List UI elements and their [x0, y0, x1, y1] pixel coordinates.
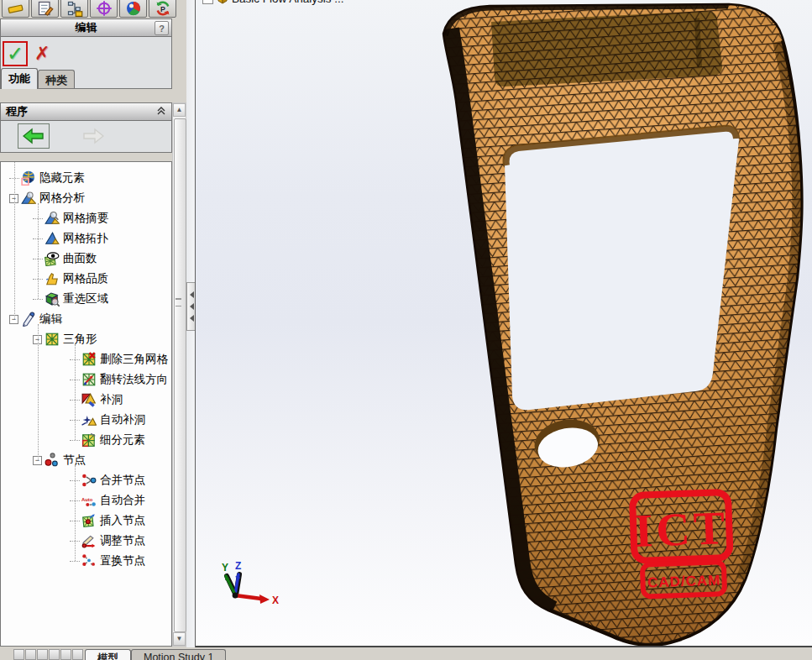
feature-tree-panel: 隐藏元素−网格分析网格摘要网格拓扑曲面数网格品质重选区域−编辑−三角形删除三角网…: [0, 161, 172, 647]
svg-text:P: P: [160, 5, 165, 13]
nav-square-icon[interactable]: [37, 649, 48, 660]
program-panel-body: [1, 121, 171, 151]
scroll-up-icon[interactable]: ▲: [173, 103, 186, 117]
nav-square-icon[interactable]: [60, 649, 71, 660]
crosshair-icon[interactable]: [90, 0, 118, 18]
feature-tree-flyout-item[interactable]: + Basic Flow Analysis ...: [202, 0, 344, 5]
tree-item-insert-node[interactable]: 插入节点: [1, 511, 171, 531]
tree-item-mesh-quality[interactable]: 网格品质: [1, 269, 171, 289]
tree-item-label: 重选区域: [63, 291, 108, 306]
fill-hole-icon: [81, 392, 97, 407]
merge-nodes-icon: [81, 473, 97, 488]
tree-item-label: 编辑: [39, 312, 62, 327]
surface-count-icon: [45, 251, 60, 266]
sheet-nav-buttons[interactable]: [13, 649, 83, 660]
tree-item-mesh-analysis[interactable]: −网格分析: [1, 188, 171, 208]
collapse-left-arrow-icon: [190, 315, 194, 322]
plus-expander-icon[interactable]: +: [202, 0, 213, 4]
nav-square-icon[interactable]: [72, 649, 83, 660]
feature-tree: 隐藏元素−网格分析网格摘要网格拓扑曲面数网格品质重选区域−编辑−三角形删除三角网…: [1, 162, 171, 571]
help-icon[interactable]: ?: [155, 21, 169, 35]
tree-item-triangle-mesh[interactable]: −三角形: [1, 329, 171, 349]
tab-model[interactable]: 模型: [85, 649, 131, 660]
tree-connector: [38, 203, 39, 299]
tree-item-label: 曲面数: [63, 251, 97, 266]
tree-item-label: 补洞: [100, 392, 123, 407]
ok-check-icon[interactable]: ✓: [7, 45, 24, 62]
flip-normal-icon: [81, 372, 97, 387]
tree-item-label: 自动合并: [100, 493, 145, 508]
tree-item-node[interactable]: −节点: [1, 450, 171, 470]
adjust-node-icon: [81, 533, 97, 548]
tree-item-label: 自动补洞: [100, 412, 145, 427]
property-note-icon[interactable]: [31, 0, 59, 18]
tree-item-surface-count[interactable]: 曲面数: [1, 249, 171, 269]
color-sphere-icon[interactable]: [119, 0, 147, 18]
left-panel-column: P 编辑 ? ✓ ✗ 功能 种类 程序: [0, 0, 196, 660]
nav-square-icon[interactable]: [13, 649, 24, 660]
mesh-quality-icon: [45, 271, 60, 286]
tree-lock-icon[interactable]: [60, 0, 88, 18]
tree-item-flip-normal[interactable]: 翻转法线方向: [1, 369, 171, 390]
tree-item-label: 网格品质: [63, 271, 108, 286]
tree-item-hidden-elements[interactable]: 隐藏元素: [1, 168, 171, 188]
tree-item-mesh-topology[interactable]: 网格拓扑: [1, 228, 171, 249]
tree-connector: [75, 344, 76, 440]
tab-function[interactable]: 功能: [1, 68, 38, 89]
triad-x-label: X: [272, 595, 279, 606]
scroll-down-icon[interactable]: ▼: [173, 632, 186, 646]
tab-motion-study[interactable]: Motion Study 1: [131, 649, 226, 660]
ok-highlight-box: ✓: [3, 41, 28, 66]
cancel-x-icon[interactable]: ✗: [34, 45, 50, 62]
mesh-topology-icon: [45, 231, 60, 246]
nav-square-icon[interactable]: [49, 649, 60, 660]
program-panel-header: 程序: [1, 103, 171, 121]
back-arrow-button[interactable]: [18, 123, 50, 149]
graphics-viewport[interactable]: + Basic Flow Analysis ...: [196, 0, 812, 647]
scrollbar-grip[interactable]: [175, 298, 181, 306]
hidden-elements-icon: [21, 170, 36, 186]
chevrons-up-icon[interactable]: [156, 106, 166, 118]
tree-item-mesh-summary[interactable]: 网格摘要: [1, 208, 171, 228]
model-canvas[interactable]: ICT CAD/CAM Y Z X: [196, 0, 812, 647]
tree-item-reselect-region[interactable]: 重选区域: [1, 289, 171, 309]
update-arrows-icon[interactable]: P: [149, 0, 176, 18]
tree-item-label: 删除三角网格: [100, 352, 168, 367]
tree-item-edit-pen[interactable]: −编辑: [1, 309, 171, 329]
tree-item-label: 插入节点: [100, 513, 145, 528]
tree-connector: [75, 465, 76, 561]
bottom-tab-bar: 模型 Motion Study 1: [0, 647, 812, 660]
tree-item-label: 三角形: [63, 332, 97, 347]
watermark-subtitle: CAD/CAM: [647, 572, 721, 590]
tab-category[interactable]: 种类: [38, 70, 75, 88]
nav-square-icon[interactable]: [25, 649, 36, 660]
tree-item-auto-fill-hole[interactable]: 自动补洞: [1, 410, 171, 430]
watermark-title: ICT: [634, 501, 730, 557]
tree-item-replace-node[interactable]: 置换节点: [1, 551, 171, 571]
tree-item-label: 合并节点: [100, 473, 145, 488]
ok-cancel-row: ✓ ✗: [1, 37, 171, 67]
reselect-region-icon: [45, 291, 60, 306]
tree-item-label: 网格摘要: [63, 211, 108, 226]
subdivide-elements-icon: [81, 432, 97, 448]
tree-item-fill-hole[interactable]: 补洞: [1, 390, 171, 410]
mesh-analysis-icon: [21, 191, 36, 206]
property-manager-tab-bar: P: [0, 0, 178, 17]
scrollbar-thumb[interactable]: [174, 118, 186, 632]
delete-triangle-icon: [81, 352, 97, 367]
tree-item-label: 隐藏元素: [39, 170, 85, 186]
tree-item-merge-nodes[interactable]: 合并节点: [1, 470, 171, 490]
tree-item-delete-triangle[interactable]: 删除三角网格: [1, 349, 171, 369]
triad-z-label: Z: [235, 560, 241, 572]
tree-scrollbar[interactable]: ▲ ▼: [172, 102, 186, 647]
gold-bar-icon[interactable]: [2, 0, 29, 18]
mesh-model[interactable]: [443, 4, 803, 647]
tree-item-subdivide-elements[interactable]: 细分元素: [1, 430, 171, 450]
tree-item-label: 翻转法线方向: [100, 372, 168, 387]
tree-connector: [14, 162, 15, 319]
tree-item-auto-merge[interactable]: Auto自动合并: [1, 490, 171, 511]
tree-item-label: 细分元素: [100, 432, 145, 448]
triad-y-label: Y: [222, 562, 228, 574]
feature-label-text: Basic Flow Analysis ...: [232, 0, 344, 5]
tree-item-adjust-node[interactable]: 调整节点: [1, 531, 171, 551]
